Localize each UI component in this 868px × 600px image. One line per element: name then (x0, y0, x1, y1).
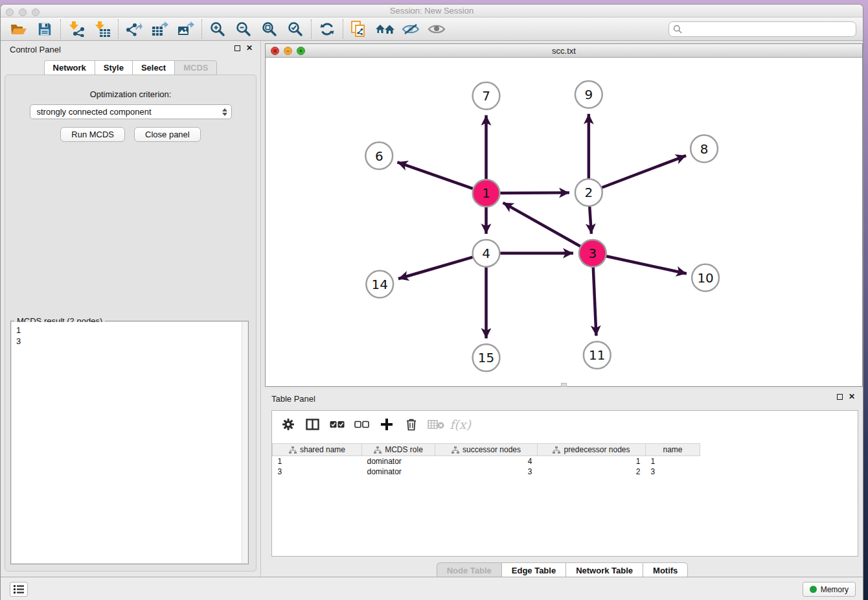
toolbar-separator (201, 19, 202, 39)
column-header-mcds-role[interactable]: MCDS role (362, 444, 435, 456)
close-panel-icon[interactable]: ✕ (246, 45, 253, 52)
mcds-result-area[interactable]: 1 3 (12, 322, 247, 563)
search-input[interactable] (685, 25, 852, 34)
zoom-fit-button[interactable] (257, 19, 282, 39)
toolbar-separator (343, 19, 343, 39)
trash-icon (405, 418, 417, 431)
table-cell[interactable]: dominator (362, 456, 435, 467)
table-cell[interactable]: 3 (273, 467, 362, 477)
network-window-titlebar[interactable]: ✕ − + scc.txt (266, 44, 862, 58)
create-column-button[interactable] (377, 415, 396, 434)
network-file-icon (350, 21, 367, 38)
graph-edge[interactable] (601, 156, 686, 188)
function-builder-button[interactable]: f(x) (451, 415, 470, 434)
splitter-handle[interactable] (561, 383, 567, 387)
select-all-columns-button[interactable] (328, 415, 347, 434)
zoom-selected-button[interactable] (282, 19, 308, 39)
table-row[interactable]: 3dominator323 (273, 467, 700, 477)
status-bar: Memory (1, 577, 863, 600)
table-cell[interactable]: 2 (538, 467, 646, 477)
network-minimize-button[interactable]: − (284, 47, 292, 55)
refresh-button[interactable] (314, 19, 340, 39)
graph-edge[interactable] (398, 257, 474, 279)
delete-column-button[interactable] (402, 415, 420, 434)
window-title: Session: New Session (390, 6, 474, 16)
eye-slash-icon (402, 23, 420, 36)
network-window: ✕ − + scc.txt 1234678910111415 (265, 43, 863, 387)
import-table-button[interactable] (89, 19, 115, 39)
table-panel: Table Panel ✕ (262, 389, 863, 577)
zoom-window-button[interactable] (32, 8, 40, 16)
column-type-icon (289, 446, 297, 454)
export-table-button[interactable] (147, 19, 173, 39)
tab-style[interactable]: Style (95, 60, 132, 75)
close-panel-button[interactable]: Close panel (134, 127, 201, 142)
task-history-button[interactable] (10, 582, 28, 597)
network-canvas[interactable]: 1234678910111415 (266, 58, 862, 386)
result-scrollbar[interactable] (242, 322, 247, 563)
show-graphics-details-button[interactable] (424, 19, 450, 39)
graph-edge[interactable] (397, 162, 473, 189)
tab-network[interactable]: Network (44, 60, 95, 75)
graph-node-label: 6 (375, 149, 383, 164)
graph-edge[interactable] (589, 206, 591, 234)
save-session-button[interactable] (32, 19, 58, 39)
search-field[interactable] (668, 21, 856, 37)
delete-table-button[interactable] (426, 415, 445, 434)
table-cell[interactable]: 1 (538, 456, 646, 467)
zoom-in-button[interactable] (205, 19, 231, 39)
table-cell[interactable]: 1 (646, 456, 700, 467)
home-button[interactable] (372, 19, 398, 39)
graph-edge[interactable] (593, 267, 597, 336)
network-file-button[interactable] (346, 19, 372, 39)
tab-mcds[interactable]: MCDS (174, 60, 217, 75)
hide-graphics-details-button[interactable] (398, 19, 424, 39)
network-close-button[interactable]: ✕ (271, 47, 279, 55)
table-panel-title: Table Panel (271, 394, 315, 404)
column-header-successor-nodes[interactable]: successor nodes (435, 444, 538, 456)
network-maximize-button[interactable]: + (297, 47, 305, 55)
tab-select[interactable]: Select (132, 60, 174, 75)
memory-label: Memory (821, 585, 849, 594)
eye-icon (428, 23, 446, 36)
float-table-panel-icon[interactable] (837, 394, 843, 400)
minimize-window-button[interactable] (19, 8, 27, 16)
memory-button[interactable]: Memory (803, 582, 856, 597)
import-network-button[interactable] (63, 19, 89, 39)
open-session-button[interactable] (6, 19, 32, 39)
float-panel-icon[interactable] (234, 45, 240, 51)
mcds-result-text: 1 3 (12, 322, 247, 347)
home-icon (375, 22, 394, 36)
export-image-button[interactable] (173, 19, 199, 39)
optimization-criterion-dropdown[interactable]: strongly connected component (30, 104, 232, 119)
table-cell[interactable]: dominator (362, 467, 435, 477)
column-header-shared-name[interactable]: shared name (273, 444, 362, 456)
close-window-button[interactable] (6, 8, 14, 16)
zoom-out-button[interactable] (231, 19, 257, 39)
graph-edge[interactable] (606, 256, 687, 273)
table-cell[interactable]: 3 (646, 467, 700, 477)
graph-edge[interactable] (499, 192, 569, 193)
window-controls[interactable] (6, 8, 40, 16)
delete-table-icon (428, 419, 444, 430)
show-column-button[interactable] (303, 415, 322, 434)
run-mcds-button[interactable]: Run MCDS (60, 127, 125, 142)
table-cell[interactable]: 4 (435, 456, 538, 467)
table-row[interactable]: 1dominator411 (273, 456, 700, 467)
export-network-button[interactable] (121, 19, 147, 39)
table-cell[interactable]: 3 (435, 467, 538, 477)
graph-edge[interactable] (503, 203, 581, 247)
graph-node-label: 8 (700, 142, 709, 157)
dropdown-value: strongly connected component (37, 107, 222, 117)
search-icon (673, 25, 682, 34)
table-cell[interactable]: 1 (273, 456, 362, 467)
table-settings-button[interactable] (279, 415, 297, 434)
export-table-icon (152, 21, 168, 37)
column-header-name[interactable]: name (646, 444, 700, 456)
deselect-all-columns-button[interactable] (352, 415, 371, 434)
column-header-predecessor-nodes[interactable]: predecessor nodes (538, 444, 646, 456)
close-table-panel-icon[interactable]: ✕ (849, 393, 855, 400)
network-graph[interactable]: 1234678910111415 (266, 58, 862, 386)
graph-node-label: 1 (482, 186, 490, 201)
node-table-container: f(x) shared name (271, 410, 858, 557)
